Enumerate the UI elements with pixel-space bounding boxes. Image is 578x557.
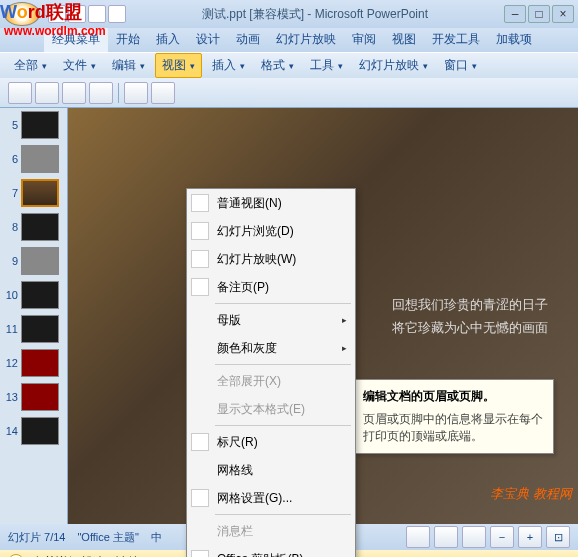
dropdown-item[interactable]: 颜色和灰度▸ (187, 334, 355, 362)
save-icon[interactable] (48, 5, 66, 23)
fit-window-icon[interactable]: ⊡ (546, 526, 570, 548)
thumbnail-item[interactable]: 11 (0, 312, 67, 346)
thumbnail-item[interactable]: 6 (0, 142, 67, 176)
preview-icon[interactable] (151, 82, 175, 104)
menu-window[interactable]: 窗口 (438, 54, 483, 77)
tooltip-desc: 页眉或页脚中的信息将显示在每个打印页的顶端或底端。 (363, 411, 545, 445)
minimize-button[interactable]: – (504, 5, 526, 23)
help-text: 有关详细帮助，请按 F1。 (32, 554, 169, 558)
tab-classic-menu[interactable]: 经典菜单 (44, 27, 108, 52)
thumb-number: 14 (4, 425, 18, 437)
zoom-in-icon[interactable]: + (518, 526, 542, 548)
dropdown-item[interactable]: 网格线 (187, 456, 355, 484)
dropdown-item[interactable]: 网格设置(G)... (187, 484, 355, 512)
menu-view[interactable]: 视图 (155, 53, 202, 78)
menu-format[interactable]: 格式 (255, 54, 300, 77)
slideshow-icon (191, 250, 209, 268)
titlebar: 测试.ppt [兼容模式] - Microsoft PowerPoint – □… (0, 0, 578, 28)
thumbnail-item[interactable]: 5 (0, 108, 67, 142)
thumb-preview (21, 349, 59, 377)
thumbnail-item[interactable]: 9 (0, 244, 67, 278)
qat-more-icon[interactable] (108, 5, 126, 23)
grid-icon (191, 489, 209, 507)
dropdown-item: 全部展开(X) (187, 367, 355, 395)
mail-icon[interactable] (89, 82, 113, 104)
thumbnail-item[interactable]: 10 (0, 278, 67, 312)
dropdown-label: 标尺(R) (217, 434, 347, 451)
tab-insert[interactable]: 插入 (148, 27, 188, 52)
dropdown-separator (215, 425, 351, 426)
thumbnail-item[interactable]: 12 (0, 346, 67, 380)
ribbon-tabs: 经典菜单 开始 插入 设计 动画 幻灯片放映 审阅 视图 开发工具 加载项 (0, 28, 578, 52)
notes-icon (191, 278, 209, 296)
save-tb-icon[interactable] (62, 82, 86, 104)
tab-slideshow[interactable]: 幻灯片放映 (268, 27, 344, 52)
dropdown-item[interactable]: 普通视图(N) (187, 189, 355, 217)
blank-icon (191, 311, 209, 329)
dropdown-label: 网格线 (217, 462, 347, 479)
thumb-preview (21, 145, 59, 173)
view-normal-icon[interactable] (406, 526, 430, 548)
dropdown-item[interactable]: 标尺(R) (187, 428, 355, 456)
dropdown-label: 备注页(P) (217, 279, 347, 296)
open-icon[interactable] (35, 82, 59, 104)
dropdown-item: 显示文本格式(E) (187, 395, 355, 423)
dropdown-label: 消息栏 (217, 523, 347, 540)
close-button[interactable]: × (552, 5, 574, 23)
office-button[interactable] (4, 2, 40, 26)
tab-addins[interactable]: 加载项 (488, 27, 540, 52)
new-icon[interactable] (8, 82, 32, 104)
dropdown-label: 全部展开(X) (217, 373, 347, 390)
thumb-number: 6 (4, 153, 18, 165)
dropdown-separator (215, 514, 351, 515)
tab-review[interactable]: 审阅 (344, 27, 384, 52)
classic-menu-bar: 全部 文件 编辑 视图 插入 格式 工具 幻灯片放映 窗口 (0, 52, 578, 78)
thumbnail-panel[interactable]: 567891011121314 (0, 108, 68, 524)
zoom-out-icon[interactable]: − (490, 526, 514, 548)
thumbnail-item[interactable]: 13 (0, 380, 67, 414)
view-slideshow-icon[interactable] (462, 526, 486, 548)
thumb-number: 13 (4, 391, 18, 403)
maximize-button[interactable]: □ (528, 5, 550, 23)
dropdown-label: Office 剪贴板(B)... (217, 551, 347, 558)
blank-icon (191, 461, 209, 479)
menu-file[interactable]: 文件 (57, 54, 102, 77)
menu-slideshow[interactable]: 幻灯片放映 (353, 54, 434, 77)
menu-edit[interactable]: 编辑 (106, 54, 151, 77)
blank-icon (191, 522, 209, 540)
thumb-preview (21, 315, 59, 343)
tab-home[interactable]: 开始 (108, 27, 148, 52)
dropdown-item[interactable]: 幻灯片放映(W) (187, 245, 355, 273)
menu-all[interactable]: 全部 (8, 54, 53, 77)
thumb-preview (21, 111, 59, 139)
redo-icon[interactable] (88, 5, 106, 23)
thumb-number: 7 (4, 187, 18, 199)
thumbnail-item[interactable]: 8 (0, 210, 67, 244)
tab-developer[interactable]: 开发工具 (424, 27, 488, 52)
thumb-preview (21, 247, 59, 275)
dropdown-item[interactable]: Office 剪贴板(B)... (187, 545, 355, 557)
dropdown-separator (215, 364, 351, 365)
dropdown-item[interactable]: 母版▸ (187, 306, 355, 334)
thumb-preview (21, 383, 59, 411)
view-sorter-icon[interactable] (434, 526, 458, 548)
quick-access-toolbar (48, 5, 126, 23)
blank-icon (191, 372, 209, 390)
window-title: 测试.ppt [兼容模式] - Microsoft PowerPoint (126, 6, 504, 23)
blank-icon (191, 400, 209, 418)
thumbnail-item[interactable]: 14 (0, 414, 67, 448)
tab-design[interactable]: 设计 (188, 27, 228, 52)
menu-insert[interactable]: 插入 (206, 54, 251, 77)
tab-view[interactable]: 视图 (384, 27, 424, 52)
undo-icon[interactable] (68, 5, 86, 23)
print-icon[interactable] (124, 82, 148, 104)
menu-tools[interactable]: 工具 (304, 54, 349, 77)
dropdown-label: 幻灯片浏览(D) (217, 223, 347, 240)
submenu-arrow-icon: ▸ (342, 343, 347, 353)
thumbnail-item[interactable]: 7 (0, 176, 67, 210)
dropdown-item[interactable]: 备注页(P) (187, 273, 355, 301)
tab-animation[interactable]: 动画 (228, 27, 268, 52)
dropdown-label: 网格设置(G)... (217, 490, 347, 507)
dropdown-item[interactable]: 幻灯片浏览(D) (187, 217, 355, 245)
dropdown-label: 母版 (217, 312, 334, 329)
